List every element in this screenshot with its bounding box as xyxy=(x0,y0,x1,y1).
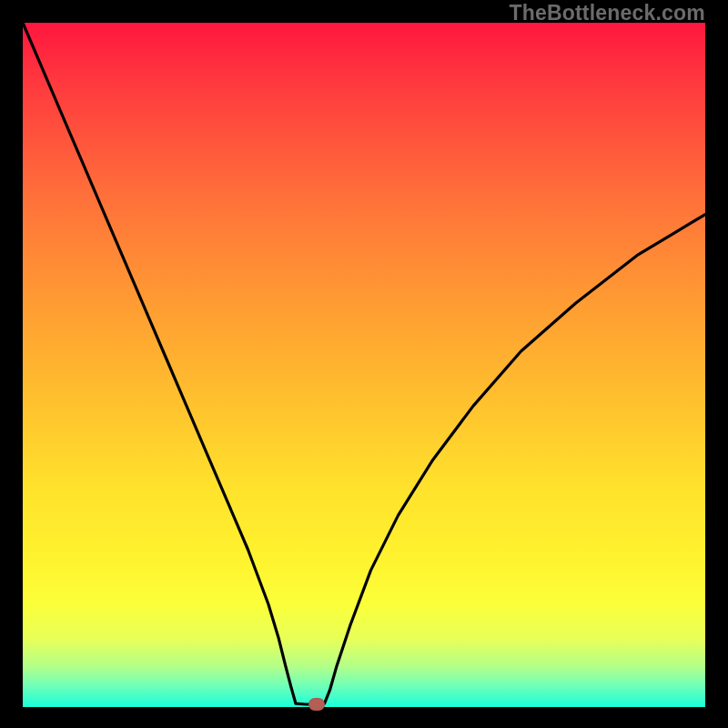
bottleneck-curve xyxy=(0,0,728,728)
optimum-marker xyxy=(308,698,325,711)
curve-path xyxy=(23,23,705,704)
chart-frame: TheBottleneck.com xyxy=(0,0,728,728)
